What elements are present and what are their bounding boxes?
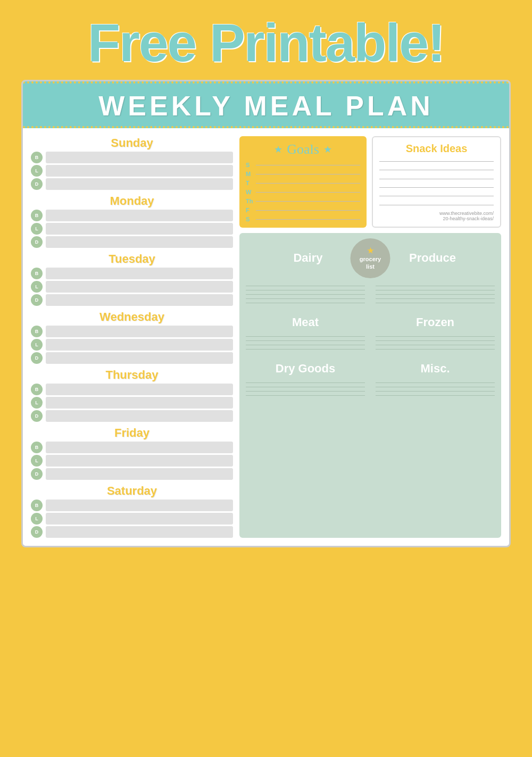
tue-l-row: L bbox=[31, 281, 233, 293]
meat-line-3[interactable] bbox=[246, 345, 365, 345]
drygoods-line-1[interactable] bbox=[246, 382, 365, 383]
day-friday-title: Friday bbox=[31, 426, 233, 440]
day-saturday-meals: B L D bbox=[31, 500, 233, 538]
snack-line-5[interactable] bbox=[379, 196, 494, 196]
fri-b-line[interactable] bbox=[46, 442, 233, 453]
meat-line-2[interactable] bbox=[246, 340, 365, 341]
wed-b-badge: B bbox=[31, 326, 43, 337]
dairy-line-2[interactable] bbox=[246, 290, 365, 290]
drygoods-line-3[interactable] bbox=[246, 391, 365, 392]
sat-l-line[interactable] bbox=[46, 513, 233, 525]
drygoods-line-2[interactable] bbox=[246, 387, 365, 387]
wed-b-line[interactable] bbox=[46, 326, 233, 337]
misc-line-3[interactable] bbox=[376, 391, 495, 392]
misc-line-2[interactable] bbox=[376, 387, 495, 387]
meal-row-breakfast: B bbox=[31, 152, 233, 163]
day-tuesday-meals: B L D bbox=[31, 268, 233, 306]
produce-line-5[interactable] bbox=[376, 303, 495, 303]
produce-line-3[interactable] bbox=[376, 294, 495, 295]
produce-line-2[interactable] bbox=[376, 290, 495, 290]
dairy-line-4[interactable] bbox=[246, 298, 365, 299]
meat-lines bbox=[246, 332, 365, 353]
produce-line-4[interactable] bbox=[376, 298, 495, 299]
frozen-line-2[interactable] bbox=[376, 340, 495, 341]
goal-line-m[interactable] bbox=[256, 174, 360, 174]
content-area: Sunday B L D bbox=[23, 128, 509, 546]
d-line[interactable] bbox=[46, 236, 233, 248]
goals-box: ★ Goals ★ S M bbox=[239, 136, 367, 228]
produce-line-1[interactable] bbox=[376, 286, 495, 286]
meat-line-4[interactable] bbox=[246, 349, 365, 350]
wed-l-row: L bbox=[31, 339, 233, 351]
snack-line-2[interactable] bbox=[379, 170, 494, 170]
day-wednesday: Wednesday B L D bbox=[31, 310, 233, 364]
goal-line-f[interactable] bbox=[256, 210, 360, 211]
fri-l-line[interactable] bbox=[46, 455, 233, 467]
frozen-line-1[interactable] bbox=[376, 336, 495, 337]
sat-d-line[interactable] bbox=[46, 526, 233, 538]
fri-d-badge: D bbox=[31, 468, 43, 480]
thu-d-line[interactable] bbox=[46, 410, 233, 422]
breakfast-line[interactable] bbox=[46, 152, 233, 163]
goal-line-w[interactable] bbox=[256, 192, 360, 193]
goal-line-s1[interactable] bbox=[256, 165, 360, 165]
wed-d-line[interactable] bbox=[46, 352, 233, 364]
drygoods-line-4[interactable] bbox=[246, 395, 365, 396]
lunch-line[interactable] bbox=[46, 165, 233, 177]
tue-l-line[interactable] bbox=[46, 281, 233, 293]
grocery-badge: ★ grocerylist bbox=[351, 238, 390, 278]
thu-l-row: L bbox=[31, 397, 233, 409]
thu-l-line[interactable] bbox=[46, 397, 233, 409]
goals-day-s2: S bbox=[246, 216, 253, 222]
planner-card: WEEKLY MEAL PLAN Sunday B L bbox=[21, 80, 511, 547]
dairy-line-1[interactable] bbox=[246, 286, 365, 286]
dairy-produce-grid bbox=[246, 282, 495, 307]
goal-row-f: F bbox=[246, 207, 360, 213]
misc-line-4[interactable] bbox=[376, 395, 495, 396]
snack-line-6[interactable] bbox=[379, 205, 494, 205]
fri-d-line[interactable] bbox=[46, 468, 233, 480]
goals-day-s1: S bbox=[246, 162, 253, 168]
tue-d-line[interactable] bbox=[46, 294, 233, 306]
l-line[interactable] bbox=[46, 223, 233, 235]
snack-line-1[interactable] bbox=[379, 161, 494, 162]
dairy-line-3[interactable] bbox=[246, 294, 365, 295]
tue-b-line[interactable] bbox=[46, 268, 233, 279]
goals-day-th: Th bbox=[246, 198, 253, 204]
grocery-star-icon: ★ bbox=[367, 246, 374, 255]
dinner-line[interactable] bbox=[46, 178, 233, 190]
frozen-label: Frozen bbox=[376, 315, 495, 329]
goal-row-s1: S bbox=[246, 162, 360, 168]
meat-line-1[interactable] bbox=[246, 336, 365, 337]
wed-l-line[interactable] bbox=[46, 339, 233, 351]
goals-day-w: W bbox=[246, 189, 253, 195]
wed-b-row: B bbox=[31, 326, 233, 337]
lunch-badge: L bbox=[31, 165, 43, 177]
snack-line-3[interactable] bbox=[379, 179, 494, 179]
goals-label: Goals bbox=[287, 142, 319, 157]
day-tuesday: Tuesday B L D bbox=[31, 252, 233, 306]
dairy-line-5[interactable] bbox=[246, 303, 365, 303]
misc-lines bbox=[376, 379, 495, 400]
frozen-line-4[interactable] bbox=[376, 349, 495, 350]
fri-l-badge: L bbox=[31, 455, 43, 467]
day-monday-meals: B L D bbox=[31, 210, 233, 248]
snack-url: www.thecreativebite.com/ 20-healthy-snac… bbox=[379, 211, 494, 221]
wed-d-badge: D bbox=[31, 352, 43, 364]
goal-line-s2[interactable] bbox=[256, 219, 360, 220]
b-line[interactable] bbox=[46, 210, 233, 221]
goal-line-t[interactable] bbox=[256, 183, 360, 184]
day-monday-title: Monday bbox=[31, 194, 233, 208]
meal-row-d: D bbox=[31, 236, 233, 248]
l-badge: L bbox=[31, 223, 43, 235]
snack-line-4[interactable] bbox=[379, 187, 494, 188]
goal-row-s2: S bbox=[246, 216, 360, 222]
sat-b-line[interactable] bbox=[46, 500, 233, 511]
thu-b-row: B bbox=[31, 384, 233, 395]
goal-line-th[interactable] bbox=[256, 201, 360, 202]
grocery-section: Dairy ★ grocerylist Produce bbox=[239, 233, 501, 538]
thu-b-line[interactable] bbox=[46, 384, 233, 395]
frozen-line-3[interactable] bbox=[376, 345, 495, 345]
misc-line-1[interactable] bbox=[376, 382, 495, 383]
dinner-badge: D bbox=[31, 178, 43, 190]
